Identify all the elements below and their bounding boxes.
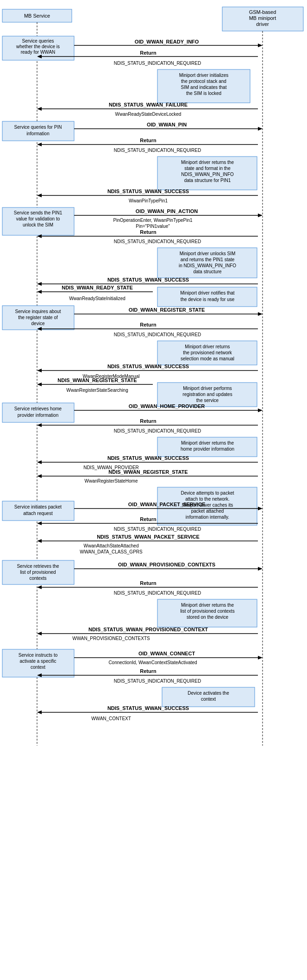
label-m31b: WwanAttachStateAttached [84, 543, 139, 548]
msg-m28: OID_WWAN_PACKET_SERVICE [128, 502, 205, 507]
svg-text:data structure: data structure [193, 269, 222, 274]
arrow-m22-head [37, 383, 42, 386]
msg-m32: OID_WWAN_PROVISIONED_CONTEXTS [118, 562, 215, 567]
label-m30: NDIS_STATUS_INDICATION_REQUIRED [114, 527, 201, 532]
svg-text:Miniport driver unlocks SIM: Miniport driver unlocks SIM [180, 251, 236, 256]
arrow-m23-head [258, 408, 263, 412]
arrow-m29-head [37, 521, 42, 525]
label-m10: WwanPinTypePin1 [129, 198, 168, 203]
svg-text:Miniport driver initializes: Miniport driver initializes [179, 73, 229, 78]
diagram-svg: MB Service GSM-based MB miniport driver … [0, 5, 307, 755]
svg-text:Service inquires about: Service inquires about [15, 309, 61, 314]
svg-text:list of provisioned: list of provisioned [20, 570, 56, 575]
arrow-m21-head [37, 369, 42, 372]
label-m3: NDIS_STATUS_INDICATION_REQUIRED [114, 61, 201, 66]
svg-text:context: context [201, 697, 216, 702]
label-m35b: WWAN_PROVISIONED_CONTEXTS [72, 636, 150, 641]
arrow-m39-head [37, 710, 42, 714]
svg-text:the protocol stack and: the protocol stack and [181, 79, 226, 84]
msg-m24: Return [140, 418, 157, 424]
msg-m16: NDIS_STATUS_WWAN_SUCCESS [107, 277, 189, 283]
svg-text:selection mode as manual: selection mode as manual [181, 356, 234, 361]
svg-text:context: context [31, 665, 45, 670]
arrow-m18-head [258, 312, 263, 316]
label-m17b: WwanReadyStateInitialized [69, 296, 125, 301]
svg-text:Miniport driver returns the: Miniport driver returns the [181, 603, 234, 608]
msg-m14: Return [140, 229, 157, 235]
msg-m18: OID_WWAN_REGISTER_STATE [129, 307, 205, 313]
actor-left-label: MB Service [24, 13, 50, 19]
svg-text:the register state of: the register state of [18, 315, 58, 320]
label-m8: NDIS_STATUS_INDICATION_REQUIRED [114, 148, 201, 153]
svg-text:Device attempts to packet: Device attempts to packet [181, 490, 234, 496]
label-m5: WwanReadyStateDeviceLocked [115, 112, 182, 117]
arrow-m9-head [37, 194, 42, 197]
msg-m35: NDIS_STATUS_WWAN_PROVISIONED_CONTEXT [88, 627, 208, 632]
svg-text:Service queries for PIN: Service queries for PIN [14, 125, 62, 130]
label-m39b: WWAN_CONTEXT [91, 716, 131, 721]
label-m15: NDIS_STATUS_INDICATION_REQUIRED [114, 239, 201, 244]
msg-m17: NDIS_WWAN_READY_STATE [62, 285, 133, 290]
svg-text:NDIS_WWAN_PIN_INFO: NDIS_WWAN_PIN_INFO [181, 172, 234, 177]
label-m38: NDIS_STATUS_INDICATION_REQUIRED [114, 678, 201, 684]
svg-text:contexts: contexts [29, 576, 46, 581]
arrow-m17-head [37, 290, 42, 294]
svg-text:the SIM is locked: the SIM is locked [186, 91, 221, 96]
svg-text:Service retrieves the: Service retrieves the [17, 564, 59, 569]
arrow-m24-head [37, 423, 42, 427]
label-m31c: WWAN_DATA_CLASS_GPRS [80, 549, 143, 554]
label-m25: NDIS_STATUS_INDICATION_REQUIRED [114, 428, 201, 433]
msg-m33: Return [140, 580, 157, 586]
msg-m26: NDIS_STATUS_WWAN_SUCCESS [107, 455, 189, 461]
svg-text:and returns the PIN1 state: and returns the PIN1 state [181, 257, 235, 262]
arrow-m32-head [258, 567, 263, 571]
arrow-m28-head [258, 507, 263, 510]
svg-text:Device activates the: Device activates the [188, 691, 229, 696]
svg-text:packet attached: packet attached [191, 509, 224, 514]
msg-m4: NDIS_STATUS_WWAN_FAILURE [109, 102, 188, 107]
svg-text:Miniport driver returns: Miniport driver returns [185, 344, 230, 349]
svg-text:Service queries: Service queries [22, 38, 54, 44]
svg-text:information internally.: information internally. [186, 515, 229, 520]
svg-text:the device is ready for use: the device is ready for use [181, 297, 235, 302]
label-m34: NDIS_STATUS_INDICATION_REQUIRED [114, 591, 201, 596]
msg-m22: NDIS_WWAN_REGISTER_STATE [57, 377, 137, 383]
sequence-diagram: MB Service GSM-based MB miniport driver … [0, 0, 307, 760]
msg-m9: NDIS_STATUS_WWAN_SUCCESS [107, 188, 189, 194]
label-m36b: ConnectionId, WwanContextStateActivated [108, 660, 197, 665]
svg-text:Service initiates packet: Service initiates packet [14, 504, 62, 509]
svg-text:Miniport driver performs: Miniport driver performs [183, 386, 232, 391]
svg-text:list of provisioned contexts: list of provisioned contexts [180, 609, 234, 614]
label-m13: Pin="PIN1value" [136, 224, 170, 229]
svg-text:device: device [31, 321, 45, 326]
actor-right-label-3: driver [256, 21, 269, 27]
arrow-m27-head [37, 474, 42, 478]
arrow-m11-head [258, 214, 263, 217]
msg-m7: Return [140, 138, 157, 143]
arrow-m6-head [258, 127, 263, 131]
svg-text:SIM and indicates that: SIM and indicates that [181, 85, 227, 90]
svg-text:Service instructs to: Service instructs to [19, 653, 58, 658]
msg-m19: Return [140, 322, 157, 327]
label-m20: NDIS_STATUS_INDICATION_REQUIRED [114, 332, 201, 337]
svg-text:Miniport driver notifies that: Miniport driver notifies that [180, 290, 234, 295]
svg-text:Miniport driver returns the: Miniport driver returns the [181, 440, 234, 446]
msg-m2: Return [140, 50, 157, 56]
msg-m21: NDIS_STATUS_WWAN_SUCCESS [107, 364, 189, 369]
svg-text:information: information [26, 131, 49, 136]
svg-text:unlock the SIM: unlock the SIM [23, 222, 53, 227]
msg-m31: NDIS_STATUS_WWAN_PACKET_SERVICE [97, 534, 200, 540]
arrow-m4-head [37, 107, 42, 111]
svg-text:stored on the device: stored on the device [187, 615, 228, 620]
svg-text:whether the device is: whether the device is [16, 44, 60, 49]
svg-text:Service sends the PIN1: Service sends the PIN1 [14, 210, 63, 215]
arrow-m36-head [258, 656, 263, 660]
arrow-m33-head [37, 585, 42, 589]
actor-right-label-2: MB miniport [249, 15, 276, 21]
label-m27b: WwanRegisterStateHome [84, 478, 138, 484]
svg-text:attach to the network.: attach to the network. [185, 496, 230, 502]
label-m12: PinOperationEnter, WwanPinTypePin1 [113, 218, 193, 223]
svg-text:value for validation to: value for validation to [16, 216, 60, 221]
msg-m11: OID_WWAN_PIN_ACTION [136, 208, 198, 214]
msg-m29: Return [140, 516, 157, 522]
